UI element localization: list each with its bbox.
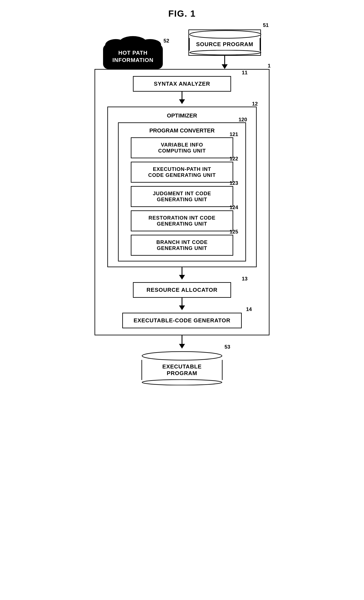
outer-box-ref: 1 bbox=[268, 63, 271, 69]
page-title: FIG. 1 bbox=[168, 9, 196, 19]
converter-ref: 120 bbox=[238, 117, 247, 123]
resource-ref: 13 bbox=[242, 276, 247, 282]
judgment-label: JUDGMENT INT CODEGENERATING UNIT bbox=[153, 190, 211, 202]
outer-box: 1 11 SYNTAX ANALYZER 12 OPTIMIZER 120 PR… bbox=[94, 69, 270, 335]
syntax-ref: 11 bbox=[242, 70, 247, 76]
exec-code-gen-container: 14 EXECUTABLE-CODE GENERATOR bbox=[104, 313, 260, 328]
syntax-analyzer-box: SYNTAX ANALYZER bbox=[133, 76, 231, 92]
exec-gen-label: EXECUTABLE-CODE GENERATOR bbox=[134, 317, 230, 324]
source-ref: 51 bbox=[263, 22, 269, 28]
diagram-container: 52 HOT PATHINFORMATION 51 bbox=[75, 29, 289, 385]
execution-path-box: EXECUTION-PATH INTCODE GENERATING UNIT bbox=[131, 162, 233, 183]
variable-info-box: VARIABLE INFOCOMPUTING UNIT bbox=[131, 137, 233, 158]
executable-program-container: 53 EXECUTABLE PROGRAM bbox=[141, 351, 223, 385]
restoration-container: 124 RESTORATION INT CODEGENERATING UNIT bbox=[124, 210, 240, 231]
svg-point-6 bbox=[142, 380, 222, 385]
converter-label: PROGRAM CONVERTER bbox=[124, 127, 240, 134]
judgment-container: 123 JUDGMENT INT CODEGENERATING UNIT bbox=[124, 186, 240, 207]
svg-point-5 bbox=[142, 352, 222, 360]
top-row: 52 HOT PATHINFORMATION 51 bbox=[75, 29, 289, 69]
variable-info-label: VARIABLE INFOCOMPUTING UNIT bbox=[158, 142, 206, 154]
svg-point-4 bbox=[190, 50, 261, 55]
resource-allocator-container: 13 RESOURCE ALLOCATOR bbox=[104, 282, 260, 298]
optimizer-label: OPTIMIZER bbox=[114, 112, 250, 119]
branch-box: BRANCH INT CODEGENERATING UNIT bbox=[131, 235, 233, 256]
execution-ref: 122 bbox=[230, 156, 238, 162]
restoration-box: RESTORATION INT CODEGENERATING UNIT bbox=[131, 210, 233, 231]
variable-info-container: 121 VARIABLE INFOCOMPUTING UNIT bbox=[124, 137, 240, 158]
hot-path-label: HOT PATHINFORMATION bbox=[112, 50, 154, 63]
branch-ref: 125 bbox=[230, 229, 238, 235]
resource-label: RESOURCE ALLOCATOR bbox=[146, 287, 218, 293]
exec-gen-ref: 14 bbox=[246, 306, 252, 312]
hot-path-ref: 52 bbox=[164, 38, 169, 44]
svg-point-2 bbox=[139, 39, 161, 50]
judgment-box: JUDGMENT INT CODEGENERATING UNIT bbox=[131, 186, 233, 207]
restoration-ref: 124 bbox=[230, 204, 238, 210]
optimizer-box: 12 OPTIMIZER 120 PROGRAM CONVERTER 121 V… bbox=[107, 107, 257, 267]
branch-label: BRANCH INT CODEGENERATING UNIT bbox=[156, 239, 208, 251]
branch-container: 125 BRANCH INT CODEGENERATING UNIT bbox=[124, 235, 240, 256]
resource-allocator-box: RESOURCE ALLOCATOR bbox=[133, 282, 231, 298]
judgment-ref: 123 bbox=[230, 180, 238, 186]
syntax-analyzer-container: 11 SYNTAX ANALYZER bbox=[104, 76, 260, 92]
exec-prog-ref: 53 bbox=[225, 344, 230, 350]
exec-code-gen-box: EXECUTABLE-CODE GENERATOR bbox=[122, 313, 242, 328]
source-program-label: SOURCE PROGRAM bbox=[196, 41, 253, 47]
hot-path-box: HOT PATHINFORMATION bbox=[103, 44, 163, 69]
execution-path-label: EXECUTION-PATH INTCODE GENERATING UNIT bbox=[148, 166, 216, 178]
execution-path-container: 122 EXECUTION-PATH INTCODE GENERATING UN… bbox=[124, 162, 240, 183]
restoration-label: RESTORATION INT CODEGENERATING UNIT bbox=[148, 215, 216, 227]
exec-prog-label: EXECUTABLE PROGRAM bbox=[162, 363, 202, 376]
converter-box: 120 PROGRAM CONVERTER 121 VARIABLE INFOC… bbox=[118, 122, 246, 262]
executable-program-cylinder: EXECUTABLE PROGRAM bbox=[141, 351, 223, 385]
variable-ref: 121 bbox=[230, 131, 238, 137]
optimizer-ref: 12 bbox=[252, 101, 258, 107]
svg-point-3 bbox=[190, 30, 261, 38]
source-program-cylinder: SOURCE PROGRAM bbox=[188, 29, 261, 56]
syntax-label: SYNTAX ANALYZER bbox=[154, 81, 210, 87]
